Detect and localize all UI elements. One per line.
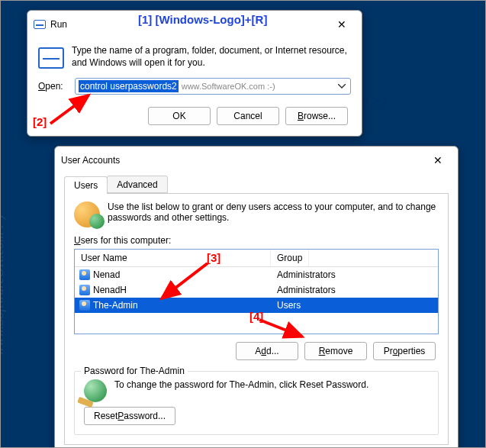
list-item[interactable]: NenadH Administrators (75, 282, 438, 298)
run-dialog: Run ✕ Type the name of a program, folder… (27, 10, 362, 137)
users-icon (74, 201, 100, 227)
properties-button[interactable]: Properties (373, 342, 436, 360)
cell-group: Users (271, 300, 301, 311)
run-browse-button[interactable]: Browse... (285, 107, 348, 125)
ua-list-label: Users for this computer: (74, 235, 439, 246)
user-icon (79, 285, 90, 295)
close-icon[interactable]: ✕ (328, 15, 356, 34)
watermark: www.SoftwareOK.com :-) (0, 215, 7, 356)
list-item-selected[interactable]: The-Admin Users (75, 298, 438, 313)
cell-username: NenadH (93, 285, 127, 295)
ua-tabs: Users Advanced (64, 176, 449, 194)
run-open-label: Open: (38, 81, 69, 92)
ua-user-list[interactable]: User Name Group Nenad Administrators Nen… (74, 249, 439, 334)
remove-button[interactable]: Remove (304, 342, 367, 360)
run-description: Type the name of a program, folder, docu… (72, 44, 351, 69)
col-group[interactable]: Group (271, 250, 309, 266)
key-icon (84, 379, 107, 402)
chevron-down-icon[interactable] (335, 79, 349, 93)
ua-info-text: Use the list below to grant or deny user… (108, 201, 439, 223)
add-button[interactable]: Add... (236, 342, 298, 360)
cell-username: The-Admin (93, 300, 138, 311)
list-header: User Name Group (75, 250, 438, 267)
user-icon (79, 300, 90, 311)
run-open-hint: www.SoftwareOK.com :-) (182, 82, 275, 91)
password-text: To change the password for The-Admin, cl… (114, 379, 369, 390)
run-open-value: control userpasswords2 (79, 80, 179, 92)
run-ok-button[interactable]: OK (148, 107, 211, 125)
close-icon[interactable]: ✕ (424, 151, 452, 169)
run-cancel-button[interactable]: Cancel (217, 107, 279, 125)
run-open-input[interactable]: control userpasswords2 www.SoftwareOK.co… (75, 78, 351, 95)
cell-username: Nenad (93, 269, 120, 280)
tab-advanced[interactable]: Advanced (107, 176, 167, 193)
cell-group: Administrators (271, 285, 336, 295)
ua-titlebar[interactable]: User Accounts ✕ (55, 147, 458, 174)
cell-group: Administrators (271, 269, 336, 280)
col-username[interactable]: User Name (75, 250, 271, 266)
password-legend: Password for The-Admin (81, 366, 188, 376)
list-item[interactable]: Nenad Administrators (75, 267, 438, 282)
user-accounts-dialog: User Accounts ✕ Users Advanced Use the l… (54, 146, 459, 448)
tab-users[interactable]: Users (64, 176, 108, 194)
run-program-icon (38, 47, 64, 69)
run-title: Run (50, 19, 67, 30)
ua-title: User Accounts (61, 155, 120, 166)
run-title-icon (34, 20, 46, 29)
user-icon (79, 269, 90, 280)
reset-password-button[interactable]: Reset Password... (84, 407, 175, 425)
run-titlebar[interactable]: Run ✕ (27, 11, 362, 38)
